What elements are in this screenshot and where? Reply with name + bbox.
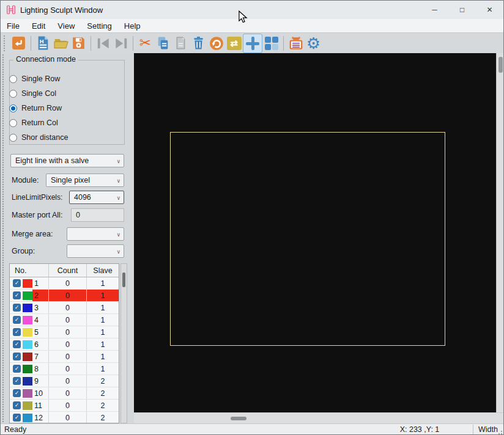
status-coordinates: X: 233 ,Y: 1 bbox=[368, 425, 472, 434]
row-checkbox[interactable]: ✓ bbox=[13, 316, 21, 324]
crosshair-tool-icon[interactable] bbox=[243, 34, 262, 53]
table-row[interactable]: ✓6 0 1 bbox=[10, 338, 119, 351]
panel-grip[interactable] bbox=[2, 54, 4, 422]
row-count: 0 bbox=[49, 351, 87, 362]
minimize-button[interactable]: ─ bbox=[421, 1, 448, 19]
row-checkbox[interactable]: ✓ bbox=[13, 414, 21, 422]
header-count[interactable]: Count bbox=[49, 264, 87, 277]
row-checkbox[interactable]: ✓ bbox=[13, 353, 21, 360]
wiring-area-outline[interactable] bbox=[170, 132, 445, 346]
merge-area-select[interactable]: ∨ bbox=[67, 227, 124, 241]
table-row[interactable]: ✓11 0 2 bbox=[10, 400, 119, 412]
swap-icon[interactable]: ⇄ bbox=[225, 34, 243, 52]
table-row[interactable]: ✓2 0 1 bbox=[10, 290, 119, 302]
radio-icon bbox=[9, 75, 17, 83]
copy-icon[interactable] bbox=[154, 34, 172, 52]
layout-grid-icon[interactable] bbox=[262, 34, 280, 52]
row-number: 9 bbox=[32, 375, 48, 387]
table-row[interactable]: ✓1 0 1 bbox=[10, 277, 119, 290]
row-number: 4 bbox=[32, 314, 48, 326]
row-checkbox[interactable]: ✓ bbox=[13, 389, 21, 397]
status-separator bbox=[473, 425, 473, 435]
open-file-icon[interactable] bbox=[52, 34, 70, 52]
settings-gear-icon[interactable]: ⚙ bbox=[305, 34, 322, 52]
resize-grip[interactable] bbox=[496, 428, 502, 434]
row-checkbox[interactable]: ✓ bbox=[13, 340, 21, 348]
color-swatch bbox=[23, 328, 32, 337]
header-slave[interactable]: Slave bbox=[87, 264, 119, 277]
save-icon[interactable] bbox=[70, 34, 87, 52]
chevron-down-icon: ∨ bbox=[116, 158, 120, 164]
table-row[interactable]: ✓10 0 2 bbox=[10, 387, 119, 400]
table-scrollbar[interactable] bbox=[120, 263, 127, 423]
menu-file[interactable]: File bbox=[1, 20, 26, 32]
line-type-select[interactable]: Eight line with a salve ∨ bbox=[10, 154, 124, 167]
skip-first-icon[interactable] bbox=[94, 34, 112, 52]
menu-view[interactable]: View bbox=[51, 20, 81, 32]
row-checkbox[interactable]: ✓ bbox=[13, 377, 21, 385]
chevron-down-icon: ∨ bbox=[116, 232, 120, 238]
row-number: 1 bbox=[32, 277, 48, 289]
connection-mode-title: Connection mode bbox=[13, 55, 78, 64]
header-no[interactable]: No. bbox=[10, 264, 49, 277]
module-label: Module: bbox=[12, 176, 39, 185]
table-scrollbar-thumb[interactable] bbox=[122, 272, 125, 287]
menu-setting[interactable]: Setting bbox=[81, 20, 117, 32]
radio-return-row[interactable]: Return Row bbox=[9, 103, 62, 114]
status-width-label: Width bbox=[478, 425, 498, 434]
row-checkbox[interactable]: ✓ bbox=[13, 279, 21, 287]
row-checkbox[interactable]: ✓ bbox=[13, 365, 21, 373]
table-row[interactable]: ✓9 0 2 bbox=[10, 375, 119, 387]
toolbar: H bbox=[1, 32, 503, 53]
check-icon: ✓ bbox=[15, 403, 20, 408]
toolbar-grip[interactable] bbox=[4, 35, 6, 51]
table-row[interactable]: ✓4 0 1 bbox=[10, 314, 119, 326]
table-row[interactable]: ✓8 0 1 bbox=[10, 363, 119, 375]
row-slave: 1 bbox=[87, 326, 119, 338]
delete-icon[interactable] bbox=[190, 34, 207, 52]
sculpt-canvas[interactable] bbox=[134, 53, 496, 412]
canvas-horizontal-scrollbar[interactable] bbox=[134, 412, 504, 423]
canvas-vscroll-thumb[interactable] bbox=[498, 57, 503, 73]
table-row[interactable]: ✓7 0 1 bbox=[10, 351, 119, 363]
master-port-field[interactable]: 0 bbox=[71, 208, 124, 222]
table-row[interactable]: ✓12 0 2 bbox=[10, 412, 119, 423]
canvas-vertical-scrollbar[interactable] bbox=[496, 53, 504, 412]
check-icon: ✓ bbox=[15, 329, 20, 335]
radio-single-col[interactable]: Single Col bbox=[9, 88, 56, 99]
maximize-button[interactable]: □ bbox=[448, 1, 476, 19]
check-icon: ✓ bbox=[15, 378, 20, 384]
paste-icon[interactable] bbox=[172, 34, 190, 52]
radio-return-col[interactable]: Return Col bbox=[9, 117, 58, 128]
line-limit-select[interactable]: 4096 ∨ bbox=[69, 191, 124, 204]
table-header: No. Count Slave bbox=[10, 264, 119, 277]
row-count: 0 bbox=[49, 363, 87, 375]
close-button[interactable]: ✕ bbox=[476, 1, 503, 19]
row-count: 0 bbox=[49, 314, 87, 326]
row-number: 2 bbox=[32, 290, 48, 301]
row-checkbox[interactable]: ✓ bbox=[13, 304, 21, 312]
radio-single-row[interactable]: Single Row bbox=[9, 73, 60, 84]
table-row[interactable]: ✓3 0 1 bbox=[10, 302, 119, 314]
module-select[interactable]: Single pixel ∨ bbox=[46, 174, 124, 187]
row-number: 5 bbox=[32, 326, 48, 338]
row-checkbox[interactable]: ✓ bbox=[13, 401, 21, 409]
skip-last-icon[interactable] bbox=[112, 34, 130, 52]
row-count: 0 bbox=[49, 277, 87, 289]
menu-edit[interactable]: Edit bbox=[26, 20, 51, 32]
table-row[interactable]: ✓5 0 1 bbox=[10, 326, 119, 338]
titlebar: Lighting Sculpt Window ─ □ ✕ bbox=[1, 1, 503, 19]
device-config-icon[interactable] bbox=[287, 34, 305, 52]
row-checkbox[interactable]: ✓ bbox=[13, 291, 21, 299]
new-hex-file-icon[interactable]: H bbox=[34, 34, 52, 52]
radio-shor-distance[interactable]: Shor distance bbox=[9, 132, 68, 143]
rotate-icon[interactable] bbox=[207, 34, 225, 52]
menu-help[interactable]: Help bbox=[118, 20, 147, 32]
group-select[interactable]: ∨ bbox=[67, 244, 124, 258]
cut-icon[interactable]: ✂ bbox=[136, 34, 154, 52]
row-slave: 2 bbox=[87, 400, 119, 411]
row-checkbox[interactable]: ✓ bbox=[13, 328, 21, 336]
import-icon[interactable] bbox=[10, 34, 28, 52]
canvas-hscroll-thumb[interactable] bbox=[231, 417, 246, 420]
row-count: 0 bbox=[49, 387, 87, 399]
